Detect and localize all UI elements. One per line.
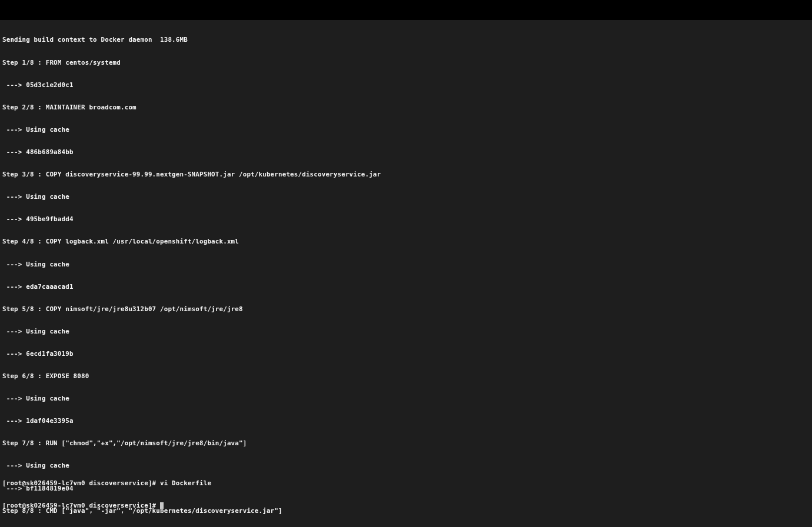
terminal-line: ---> 1daf04e3395a	[2, 418, 810, 425]
terminal-line: Step 6/8 : EXPOSE 8080	[2, 373, 810, 381]
terminal-line: ---> Using cache	[2, 194, 810, 201]
terminal-output-top: Sending build context to Docker daemon 1…	[2, 22, 810, 527]
window-titlebar	[0, 0, 812, 20]
terminal-line: Step 1/8 : FROM centos/systemd	[2, 59, 810, 67]
terminal-area[interactable]: Sending build context to Docker daemon 1…	[0, 20, 812, 527]
terminal-output-bottom: [root@sk026459-lc7vm0 discoverservice]# …	[2, 465, 810, 525]
terminal-prompt-text: [root@sk026459-lc7vm0 discoverservice]#	[2, 502, 160, 509]
terminal-line: Step 4/8 : COPY logback.xml /usr/local/o…	[2, 238, 810, 246]
terminal-line: Step 3/8 : COPY discoveryservice-99.99.n…	[2, 171, 810, 179]
terminal-line: ---> Using cache	[2, 328, 810, 336]
terminal-line: Step 5/8 : COPY nimsoft/jre/jre8u312b07 …	[2, 306, 810, 313]
terminal-line: Step 2/8 : MAINTAINER broadcom.com	[2, 104, 810, 112]
terminal-line: ---> Using cache	[2, 261, 810, 269]
terminal-line: Step 7/8 : RUN ["chmod","+x","/opt/nimso…	[2, 440, 810, 448]
terminal-line: ---> 6ecd1fa3019b	[2, 351, 810, 358]
terminal-line: ---> 486b689a84bb	[2, 149, 810, 156]
cursor-icon	[160, 502, 164, 509]
terminal-line: [root@sk026459-lc7vm0 discoverservice]# …	[2, 480, 810, 488]
terminal-prompt-line: [root@sk026459-lc7vm0 discoverservice]#	[2, 502, 810, 510]
terminal-line: Sending build context to Docker daemon 1…	[2, 36, 810, 44]
terminal-line: ---> 495be9fbadd4	[2, 216, 810, 224]
terminal-line: ---> Using cache	[2, 395, 810, 403]
terminal-line: ---> 05d3c1e2d0c1	[2, 82, 810, 89]
terminal-line: ---> eda7caaacad1	[2, 283, 810, 291]
terminal-line: ---> Using cache	[2, 126, 810, 134]
